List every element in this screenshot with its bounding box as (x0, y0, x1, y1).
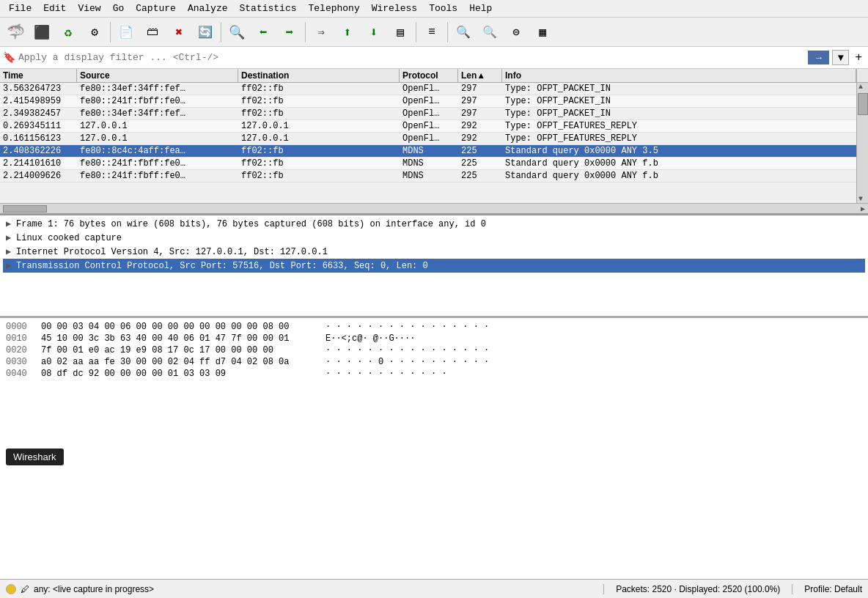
packet-row-3[interactable]: 0.269345111 127.0.0.1 127.0.0.1 OpenFl… … (0, 120, 856, 133)
pkt-time: 2.214101610 (0, 158, 77, 169)
menu-analyze[interactable]: Analyze (182, 1, 234, 15)
profile-name: Profile: Default (792, 584, 862, 594)
menu-file[interactable]: File (3, 1, 37, 15)
packet-list-scrollbar[interactable] (856, 83, 868, 203)
up-button[interactable]: ⬆ (335, 20, 360, 45)
prev-button[interactable]: ⬅ (251, 20, 276, 45)
pkt-source: fe80::241f:fbff:fe0… (77, 170, 238, 182)
resize-columns-button[interactable]: ▦ (530, 20, 555, 45)
col-header-time[interactable]: Time (0, 69, 77, 82)
open-button[interactable]: 📄 (114, 20, 139, 45)
menu-statistics[interactable]: Statistics (233, 1, 302, 15)
col-header-len[interactable]: Len▲ (458, 69, 502, 82)
pkt-proto: OpenFl… (400, 83, 458, 95)
pkt-dest: 127.0.0.1 (238, 133, 400, 144)
col-header-proto[interactable]: Protocol (400, 69, 458, 82)
hex-row-1: 0010 45 10 00 3c 3b 63 40 00 40 06 01 47… (3, 333, 865, 344)
detail-row-1[interactable]: ▶ Linux cooked capture (3, 231, 865, 245)
filter-apply-button[interactable]: → (808, 51, 829, 64)
capture-status-icon: 🖊 (21, 584, 29, 594)
pkt-time: 0.269345111 (0, 120, 77, 132)
pkt-proto: MDNS (400, 170, 458, 182)
packet-row-1[interactable]: 2.415498959 fe80::241f:fbff:fe0… ff02::f… (0, 95, 856, 108)
packet-row-7[interactable]: 2.214009626 fe80::241f:fbff:fe0… ff02::f… (0, 170, 856, 182)
hex-row-2: 0020 7f 00 01 e0 ac 19 e9 08 17 0c 17 00… (3, 344, 865, 356)
detail-row-2[interactable]: ▶ Internet Protocol Version 4, Src: 127.… (3, 245, 865, 259)
hex-ascii-4: · · · · · · · · · · · · (326, 369, 447, 379)
expand-icon-3[interactable]: ▶ (6, 260, 16, 271)
menu-capture[interactable]: Capture (130, 1, 182, 15)
close-button[interactable]: ✖ (166, 20, 191, 45)
colorize-button[interactable]: ≡ (419, 20, 444, 45)
filter-add-button[interactable]: + (852, 51, 865, 64)
menu-telephony[interactable]: Telephony (303, 1, 366, 15)
detail-row-3[interactable]: ▶ Transmission Control Protocol, Src Por… (3, 259, 865, 273)
col-header-source[interactable]: Source (77, 69, 238, 82)
statusbar: 🖊 any: <live capture in progress> Packet… (0, 579, 868, 598)
col-header-info[interactable]: Info (502, 69, 856, 82)
expand-icon-1[interactable]: ▶ (6, 232, 16, 243)
hex-ascii-1: E··<;c@· @··G···· (326, 333, 415, 344)
shark-button[interactable]: 🦈 (3, 20, 28, 45)
pkt-time: 2.408362226 (0, 145, 77, 157)
hscroll-right-btn[interactable]: ▶ (858, 204, 868, 213)
zoom-out-button[interactable]: 🔍 (477, 20, 502, 45)
pkt-time: 2.214009626 (0, 170, 77, 182)
menu-edit[interactable]: Edit (37, 1, 72, 15)
menu-tools[interactable]: Tools (423, 1, 463, 15)
packets-count: Packets: 2520 · Displayed: 2520 (100.0%) (603, 584, 792, 594)
capture-status-indicator (6, 584, 16, 594)
hscroll-thumb[interactable] (3, 205, 47, 213)
pkt-dest: ff02::fb (238, 95, 400, 107)
filter-dropdown-button[interactable]: ▼ (832, 50, 849, 65)
pkt-source: fe80::8c4c:4aff:fea… (77, 145, 238, 157)
pkt-time: 0.161156123 (0, 133, 77, 144)
pkt-info: Type: OFPT_PACKET_IN (502, 83, 856, 95)
zoom-reset-button[interactable]: ⊜ (504, 20, 529, 45)
hex-offset-0: 0000 (6, 322, 35, 332)
hex-ascii-2: · · · · · · · · · · · · · · · · (326, 345, 489, 355)
pkt-len: 297 (458, 83, 502, 95)
packet-row-5[interactable]: 2.408362226 fe80::8c4c:4aff:fea… ff02::f… (0, 145, 856, 158)
zoom-in-button[interactable]: 🔍 (451, 20, 476, 45)
hex-row-4: 0040 08 df dc 92 00 00 00 00 01 03 03 09… (3, 368, 865, 380)
next-button[interactable]: ➡ (277, 20, 302, 45)
packet-row-0[interactable]: 3.563264723 fe80::34ef:34ff:fef… ff02::f… (0, 83, 856, 95)
pkt-source: fe80::34ef:34ff:fef… (77, 108, 238, 119)
jump-button[interactable]: ⇒ (309, 20, 334, 45)
down-button[interactable]: ⬇ (361, 20, 386, 45)
pkt-dest: ff02::fb (238, 108, 400, 119)
pkt-len: 225 (458, 145, 502, 157)
expand-icon-2[interactable]: ▶ (6, 246, 16, 257)
pkt-source: fe80::241f:fbff:fe0… (77, 95, 238, 107)
save-button[interactable]: 🗃 (140, 20, 165, 45)
search-button[interactable]: 🔍 (224, 20, 249, 45)
packet-row-2[interactable]: 2.349382457 fe80::34ef:34ff:fef… ff02::f… (0, 108, 856, 120)
scrollbar-thumb[interactable] (858, 93, 868, 115)
detail-row-0[interactable]: ▶ Frame 1: 76 bytes on wire (608 bits), … (3, 217, 865, 231)
pkt-dest: ff02::fb (238, 170, 400, 182)
stop-button[interactable]: ⬛ (29, 20, 54, 45)
pkt-dest: 127.0.0.1 (238, 120, 400, 132)
menu-help[interactable]: Help (463, 1, 498, 15)
hex-bytes-2: 7f 00 01 e0 ac 19 e9 08 17 0c 17 00 00 0… (41, 345, 320, 355)
restart-button[interactable]: ♻ (56, 20, 81, 45)
packet-row-4[interactable]: 0.161156123 127.0.0.1 127.0.0.1 OpenFl… … (0, 133, 856, 145)
reload-button[interactable]: 🔄 (193, 20, 218, 45)
detail-pane: ▶ Frame 1: 76 bytes on wire (608 bits), … (0, 215, 868, 318)
filter-exp-button[interactable]: ▤ (388, 20, 413, 45)
pkt-info: Type: OFPT_FEATURES_REPLY (502, 133, 856, 144)
pkt-len: 225 (458, 170, 502, 182)
options-button[interactable]: ⚙ (82, 20, 107, 45)
expand-icon-0[interactable]: ▶ (6, 218, 16, 229)
menu-view[interactable]: View (72, 1, 106, 15)
packet-row-6[interactable]: 2.214101610 fe80::241f:fbff:fe0… ff02::f… (0, 158, 856, 170)
filter-input[interactable] (18, 52, 805, 63)
detail-text-0: Frame 1: 76 bytes on wire (608 bits), 76… (16, 219, 862, 229)
col-header-dest[interactable]: Destination (238, 69, 400, 82)
menu-go[interactable]: Go (107, 1, 130, 15)
separator-5 (447, 22, 448, 43)
menu-wireless[interactable]: Wireless (366, 1, 423, 15)
packet-list-hscrollbar[interactable]: ▶ (0, 203, 868, 213)
pkt-proto: OpenFl… (400, 120, 458, 132)
